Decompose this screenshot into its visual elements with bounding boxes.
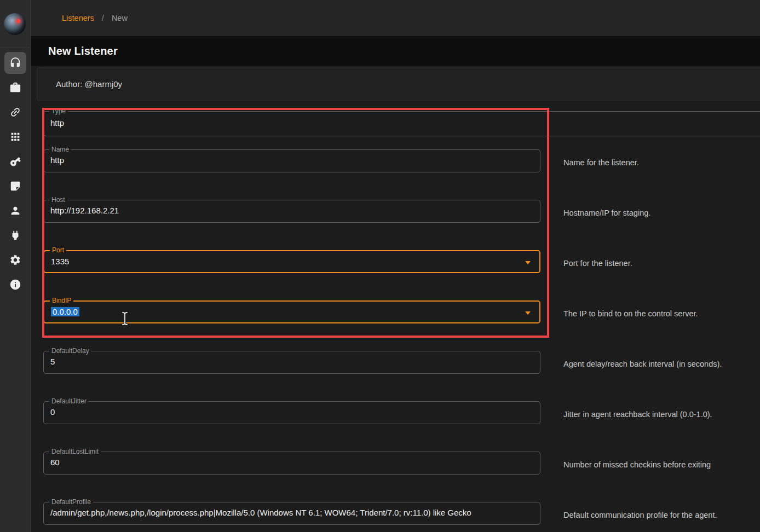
sidebar-item-plugins[interactable]	[4, 224, 26, 246]
defaultjitter-help-text: Jitter in agent reachback interval (0.0-…	[563, 409, 712, 419]
sidebar-item-listeners[interactable]	[4, 52, 26, 74]
port-help-text: Port for the listener.	[563, 258, 632, 268]
top-header-bar: Listeners / New	[31, 0, 760, 36]
chevron-down-icon[interactable]	[525, 261, 531, 264]
breadcrumb-listeners-link[interactable]: Listeners	[62, 14, 94, 22]
sidebar-item-modules[interactable]	[4, 126, 26, 148]
defaultjitter-label: DefaultJitter	[49, 397, 89, 405]
sidebar-item-about[interactable]	[4, 274, 26, 296]
port-select[interactable]: Port 1335	[43, 250, 540, 273]
chevron-down-icon[interactable]	[525, 311, 531, 315]
headset-icon	[9, 57, 21, 69]
author-line: Author: @harmj0y	[56, 67, 122, 101]
host-value: http://192.168.2.21	[50, 206, 119, 215]
type-select[interactable]: Type http	[43, 111, 760, 136]
person-icon	[9, 205, 21, 217]
defaultdelay-input[interactable]: DefaultDelay 5	[43, 351, 540, 374]
host-label: Host	[49, 196, 67, 204]
info-icon	[9, 279, 21, 291]
breadcrumb-current-page: New	[112, 14, 128, 22]
breadcrumb: Listeners / New	[62, 0, 128, 36]
sidebar-item-settings[interactable]	[4, 249, 26, 271]
defaultdelay-label: DefaultDelay	[49, 347, 91, 355]
key-icon	[9, 155, 21, 167]
defaultprofile-help-text: Default communication profile for the ag…	[563, 510, 717, 520]
grid-apps-icon	[9, 131, 21, 143]
defaultjitter-value: 0	[50, 407, 55, 417]
host-input[interactable]: Host http://192.168.2.21	[43, 200, 540, 223]
defaultjitter-input[interactable]: DefaultJitter 0	[43, 401, 540, 424]
bindip-value-selected: 0.0.0.0	[51, 307, 79, 316]
breadcrumb-separator: /	[102, 14, 104, 22]
starkiller-new-listener-page: { "colors": { "accent_orange": "#ef8f1e"…	[0, 0, 760, 532]
defaultdelay-help-text: Agent delay/reach back interval (in seco…	[563, 359, 722, 369]
name-input[interactable]: Name http	[43, 149, 540, 172]
name-help-text: Name for the listener.	[563, 158, 639, 167]
plug-icon	[9, 229, 21, 241]
title-band: New Listener	[31, 36, 760, 66]
sidebar-item-agents[interactable]	[4, 101, 26, 123]
bindip-select[interactable]: BindIP 0.0.0.0	[43, 300, 540, 323]
defaultprofile-value: /admin/get.php,/news.php,/login/process.…	[50, 508, 471, 517]
defaultlostlimit-help-text: Number of missed checkins before exiting	[563, 460, 711, 470]
type-label: Type	[49, 107, 68, 115]
author-card: Author: @harmj0y	[37, 67, 760, 101]
defaultlostlimit-label: DefaultLostLimit	[49, 448, 101, 455]
port-label: Port	[50, 246, 66, 254]
starkiller-deathstar-logo	[4, 13, 26, 35]
briefcase-icon	[9, 82, 21, 94]
port-value: 1335	[51, 257, 69, 266]
gear-icon	[9, 254, 21, 266]
defaultdelay-value: 5	[50, 357, 55, 366]
sidebar-item-reporting[interactable]	[4, 175, 26, 197]
host-help-text: Hostname/IP for staging.	[563, 208, 650, 218]
link-icon	[9, 106, 21, 118]
name-value: http	[50, 155, 64, 165]
defaultlostlimit-input[interactable]: DefaultLostLimit 60	[43, 452, 540, 475]
sidebar-item-credentials[interactable]	[4, 151, 26, 172]
note-icon	[9, 180, 21, 192]
logo-container	[0, 0, 30, 48]
name-label: Name	[49, 146, 71, 153]
bindip-help-text: The IP to bind to on the control server.	[563, 309, 698, 319]
sidebar-item-stagers[interactable]	[4, 77, 26, 99]
page-title: New Listener	[48, 36, 118, 66]
bindip-label: BindIP	[50, 297, 73, 304]
sidebar-item-users[interactable]	[4, 200, 26, 222]
defaultlostlimit-value: 60	[50, 458, 60, 467]
defaultprofile-input[interactable]: DefaultProfile /admin/get.php,/news.php,…	[43, 502, 540, 525]
type-value: http	[50, 118, 64, 128]
defaultprofile-label: DefaultProfile	[49, 498, 93, 506]
sidebar	[0, 0, 31, 532]
